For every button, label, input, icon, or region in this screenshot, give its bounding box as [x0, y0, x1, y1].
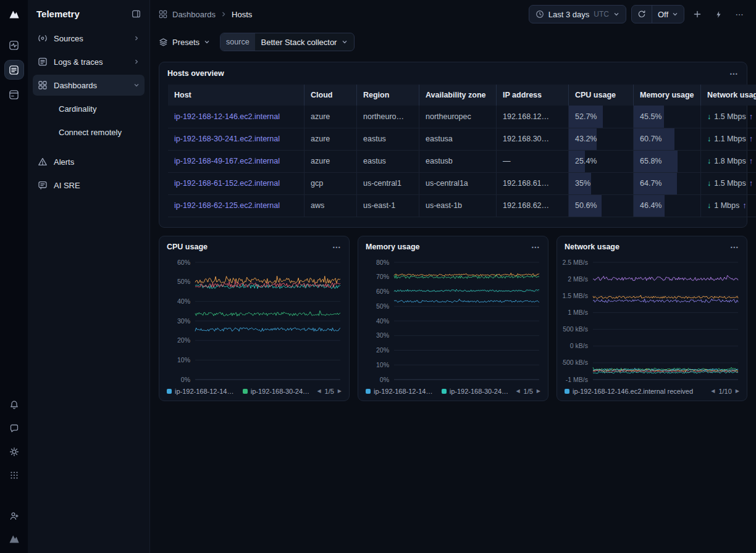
col-cloud[interactable]: Cloud [304, 85, 357, 106]
svg-text:80%: 80% [376, 258, 389, 265]
legend-next-icon[interactable]: ▶ [338, 388, 342, 394]
host-link[interactable]: ip-192-168-49-167.ec2.internal [174, 157, 280, 165]
apps-grid-icon[interactable] [6, 467, 23, 484]
col-network-usage[interactable]: Network usage [701, 85, 756, 106]
legend-item[interactable]: ip-192-168-30-241.ec2.internal [442, 388, 511, 395]
mem-usage-value: 64.7% [640, 179, 662, 188]
host-row[interactable]: ip-192-168-49-167.ec2.internalazureeastu… [168, 150, 756, 172]
cell-host: ip-192-168-49-167.ec2.internal [168, 150, 304, 172]
cell-ip: 192.168.61… [497, 172, 569, 194]
network-usage-chart[interactable]: 2.5 MB/s2 MB/s1.5 MB/s1 MB/s500 kB/s0 kB… [562, 257, 742, 385]
upload-arrow-icon: ↑ [749, 179, 753, 188]
host-link[interactable]: ip-192-168-61-152.ec2.internal [174, 179, 280, 188]
mem-usage-value: 65.8% [640, 157, 662, 165]
rail-item-status-pages[interactable] [5, 85, 23, 104]
col-availability-zone[interactable]: Availability zone [419, 85, 497, 106]
sidebar-item-cardinality[interactable]: Cardinality [33, 98, 145, 119]
refresh-interval-select[interactable]: Off [652, 6, 684, 23]
host-link[interactable]: ip-192-168-62-125.ec2.internal [174, 201, 280, 210]
host-link[interactable]: ip-192-168-12-146.ec2.internal [174, 112, 280, 121]
source-filter[interactable]: source Better Stack collector [220, 33, 355, 51]
legend-next-icon[interactable]: ▶ [537, 388, 540, 394]
source-filter-value: Better Stack collector [261, 38, 337, 47]
sidebar-subitem-label: Connect remotely [59, 128, 122, 137]
svg-text:0%: 0% [380, 375, 389, 383]
col-memory-usage[interactable]: Memory usage [634, 85, 701, 106]
presets-button[interactable]: Presets [159, 38, 210, 47]
more-options-button[interactable]: ⋯ [731, 6, 747, 22]
collapse-sidebar-icon[interactable] [132, 9, 141, 19]
rail-item-uptime[interactable] [5, 36, 23, 54]
betterstack-footer-logo[interactable] [6, 531, 22, 547]
alerts-icon [38, 157, 48, 167]
legend-item[interactable]: ip-192-168-12-146.ec2.internal [167, 388, 237, 395]
notifications-bell-icon[interactable] [6, 396, 23, 414]
svg-text:1.5 MB/s: 1.5 MB/s [563, 292, 588, 299]
legend-pager: ◀ 1/10 ▶ [711, 388, 739, 395]
host-row[interactable]: ip-192-168-12-146.ec2.internalazurenorth… [168, 106, 756, 128]
chevron-down-icon [133, 82, 140, 88]
legend-swatch [442, 389, 447, 394]
feedback-chat-icon[interactable] [6, 420, 23, 437]
col-cpu-usage[interactable]: CPU usage [569, 85, 634, 106]
app-root: Telemetry Sources Logs & traces [0, 0, 756, 553]
invite-user-icon[interactable] [6, 507, 23, 525]
memory-usage-chart[interactable]: 80%70%60%50%40%30%20%10%0% [363, 257, 543, 385]
card-menu-button[interactable]: ⋯ [730, 243, 739, 251]
legend-item[interactable]: ip-192-168-12-146.ec2.internal [366, 388, 435, 395]
cell-mem-usage: 45.5% [634, 106, 701, 128]
cell-mem-usage: 65.8% [634, 150, 701, 172]
card-menu-button[interactable]: ⋯ [332, 243, 342, 251]
upload-arrow-icon: ↑ [742, 201, 746, 210]
breadcrumb-separator-icon [220, 11, 227, 17]
sidebar-item-label: AI SRE [54, 181, 80, 190]
breadcrumb-section[interactable]: Dashboards [172, 10, 216, 19]
memory-usage-chart-card: Memory usage ⋯ 80%70%60%50%40%30%20%10%0… [358, 236, 548, 401]
col-ip-address[interactable]: IP address [497, 85, 569, 106]
quick-actions-bolt-button[interactable] [710, 6, 726, 22]
main-content: Dashboards Hosts Last 3 days UTC [150, 0, 756, 553]
chevron-right-icon [133, 59, 140, 65]
cell-region: eastus [357, 150, 419, 172]
sidebar: Telemetry Sources Logs & traces [28, 0, 150, 553]
legend-prev-icon[interactable]: ◀ [317, 388, 321, 394]
sidebar-item-connect-remotely[interactable]: Connect remotely [33, 122, 145, 143]
legend-item[interactable]: ip-192-168-12-146.ec2.internal received [565, 388, 693, 395]
svg-text:-1 MB/s: -1 MB/s [566, 375, 588, 383]
add-panel-button[interactable] [689, 6, 705, 22]
legend-prev-icon[interactable]: ◀ [711, 388, 715, 394]
cpu-usage-chart[interactable]: 60%50%40%30%20%10%0% [164, 257, 344, 385]
clock-icon [536, 10, 544, 19]
refresh-icon[interactable] [632, 6, 652, 23]
col-region[interactable]: Region [357, 85, 419, 106]
legend-next-icon[interactable]: ▶ [736, 388, 739, 394]
cell-zone: us-east-1b [419, 194, 497, 217]
upload-arrow-icon: ↑ [749, 157, 753, 165]
col-host[interactable]: Host [168, 85, 304, 106]
legend-item[interactable]: ip-192-168-30-241.ec2.internal [243, 388, 313, 395]
cell-zone: eastusb [419, 150, 497, 172]
sidebar-item-alerts[interactable]: Alerts [33, 151, 145, 172]
sidebar-item-logs-traces[interactable]: Logs & traces [33, 51, 145, 72]
cpu-usage-chart-card: CPU usage ⋯ 60%50%40%30%20%10%0% ip-192-… [159, 236, 350, 401]
betterstack-logo[interactable] [6, 6, 22, 22]
series-line [593, 275, 738, 281]
upload-arrow-icon: ↑ [749, 112, 753, 121]
cpu-usage-value: 43.2% [575, 135, 597, 143]
card-menu-button[interactable]: ⋯ [531, 243, 540, 251]
host-row[interactable]: ip-192-168-62-125.ec2.internalawsus-east… [168, 194, 756, 217]
sidebar-item-dashboards[interactable]: Dashboards [33, 75, 145, 96]
card-menu-button[interactable]: ⋯ [729, 69, 739, 78]
rail-item-telemetry[interactable] [5, 60, 23, 79]
legend-prev-icon[interactable]: ◀ [516, 388, 519, 394]
sidebar-item-ai-sre[interactable]: AI SRE [33, 175, 145, 196]
host-row[interactable]: ip-192-168-30-241.ec2.internalazureeastu… [168, 128, 756, 150]
host-row[interactable]: ip-192-168-61-152.ec2.internalgcpus-cent… [168, 172, 756, 194]
svg-text:50%: 50% [177, 278, 190, 285]
icon-rail [0, 0, 28, 553]
host-link[interactable]: ip-192-168-30-241.ec2.internal [174, 135, 280, 143]
theme-sun-icon[interactable] [6, 443, 23, 460]
svg-text:60%: 60% [376, 288, 389, 295]
time-range-picker[interactable]: Last 3 days UTC [529, 5, 626, 23]
sidebar-item-sources[interactable]: Sources [33, 28, 145, 49]
